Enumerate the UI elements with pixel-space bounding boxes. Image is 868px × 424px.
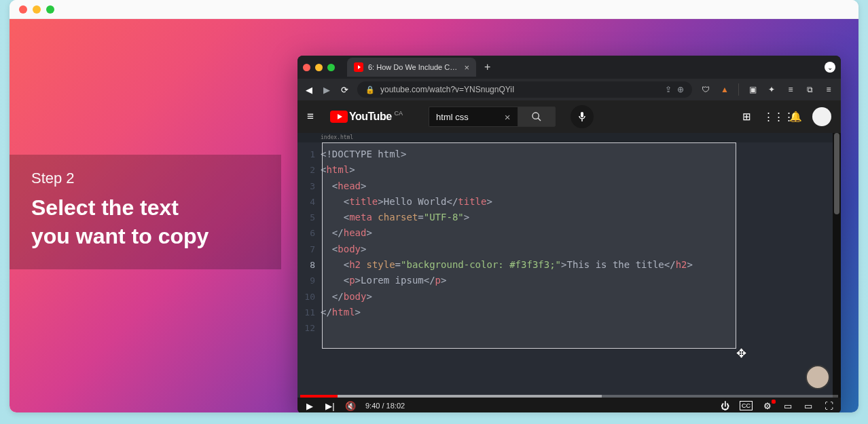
svg-point-0 bbox=[532, 113, 539, 119]
back-button[interactable]: ◀ bbox=[304, 85, 314, 95]
youtube-favicon-icon bbox=[354, 62, 363, 72]
menu-icon[interactable]: ≡ bbox=[823, 84, 834, 95]
clear-search-icon[interactable]: × bbox=[505, 111, 511, 123]
browser-window: 6: How Do We Include CSS In O × + ⌄ ◀ ▶ … bbox=[297, 56, 841, 412]
search-button[interactable] bbox=[518, 107, 556, 127]
search-icon bbox=[531, 111, 542, 122]
microphone-icon bbox=[578, 111, 586, 122]
scrollbar-vertical[interactable] bbox=[833, 133, 841, 398]
apps-icon[interactable]: ⋮⋮⋮ bbox=[763, 111, 778, 123]
browser-tab[interactable]: 6: How Do We Include CSS In O × bbox=[347, 58, 476, 77]
desktop-wallpaper: Step 2 Select the text you want to copy … bbox=[10, 19, 858, 412]
tutorial-window: Step 2 Select the text you want to copy … bbox=[10, 0, 858, 412]
miniplayer-button[interactable]: ▭ bbox=[782, 401, 793, 411]
hamburger-icon[interactable]: ≡ bbox=[307, 110, 321, 123]
step-title: Select the text you want to copy bbox=[31, 194, 262, 250]
svg-line-1 bbox=[538, 118, 541, 121]
browser-toolbar: ◀ ▶ ⟳ 🔒 youtube.com/watch?v=YNSnugnQYiI … bbox=[297, 79, 841, 100]
avatar[interactable] bbox=[812, 107, 831, 126]
lock-icon: 🔒 bbox=[365, 85, 375, 94]
reload-button[interactable]: ⟳ bbox=[340, 85, 349, 95]
svg-rect-2 bbox=[581, 112, 583, 117]
fullscreen-button[interactable]: ⛶ bbox=[823, 401, 834, 411]
close-icon[interactable] bbox=[303, 64, 310, 71]
scrollbar-thumb[interactable] bbox=[834, 133, 839, 214]
close-icon[interactable] bbox=[19, 5, 27, 14]
tab-title: 6: How Do We Include CSS In O bbox=[368, 63, 459, 71]
tab-close-icon[interactable]: × bbox=[464, 62, 469, 73]
next-button[interactable]: ▶| bbox=[325, 401, 336, 411]
new-tab-button[interactable]: + bbox=[482, 61, 493, 73]
minimize-icon[interactable] bbox=[33, 5, 41, 14]
theater-button[interactable]: ▭ bbox=[803, 401, 814, 411]
youtube-region: CA bbox=[395, 110, 403, 117]
chevron-down-icon[interactable]: ⌄ bbox=[825, 62, 835, 73]
step-number: Step 2 bbox=[31, 170, 262, 187]
reading-list-icon[interactable]: ≡ bbox=[785, 84, 796, 95]
url-bar[interactable]: 🔒 youtube.com/watch?v=YNSnugnQYiI ⇪ ⊕ bbox=[357, 81, 692, 98]
video-player[interactable]: index.html 123456789101112 <!DOCTYPE htm… bbox=[297, 133, 841, 412]
youtube-search: html css × bbox=[429, 107, 555, 127]
outer-titlebar bbox=[10, 0, 858, 19]
pip-icon[interactable]: ⧉ bbox=[804, 84, 815, 95]
autoplay-toggle[interactable]: ⏻ bbox=[719, 401, 730, 411]
extension-icon[interactable]: ▣ bbox=[747, 84, 758, 95]
youtube-logo-text: YouTube bbox=[349, 111, 392, 123]
code-editor: index.html 123456789101112 <!DOCTYPE htm… bbox=[297, 133, 833, 398]
warning-icon[interactable]: ▲ bbox=[719, 84, 730, 95]
minimize-icon[interactable] bbox=[315, 64, 323, 71]
search-value: html css bbox=[436, 112, 469, 122]
channel-avatar-overlay[interactable] bbox=[806, 365, 830, 389]
time-display: 9:40 / 18:02 bbox=[365, 402, 405, 410]
extensions-puzzle-icon[interactable]: ✦ bbox=[766, 84, 777, 95]
voice-search-button[interactable] bbox=[571, 105, 594, 128]
maximize-icon[interactable] bbox=[46, 5, 54, 14]
create-button[interactable]: ⊞ bbox=[739, 111, 754, 123]
settings-button[interactable]: ⚙ bbox=[762, 401, 773, 411]
mute-button[interactable]: 🔇 bbox=[345, 401, 356, 411]
youtube-play-icon bbox=[330, 111, 348, 123]
crosshair-cursor-icon: ✥ bbox=[736, 346, 746, 361]
notifications-icon[interactable]: 🔔 bbox=[788, 111, 803, 123]
code-area: <!DOCTYPE html><html> <head> <title>Hell… bbox=[321, 133, 833, 398]
tab-strip: 6: How Do We Include CSS In O × + ⌄ bbox=[297, 56, 841, 79]
maximize-icon[interactable] bbox=[327, 64, 335, 71]
youtube-logo[interactable]: YouTube CA bbox=[330, 111, 403, 123]
step-caption: Step 2 Select the text you want to copy bbox=[10, 155, 281, 269]
captions-button[interactable]: CC bbox=[740, 401, 753, 410]
url-text: youtube.com/watch?v=YNSnugnQYiI bbox=[380, 85, 659, 94]
play-button[interactable]: ▶ bbox=[304, 401, 315, 411]
player-controls: ▶ ▶| 🔇 9:40 / 18:02 ⏻ CC ⚙ ▭ ▭ ⛶ bbox=[297, 398, 841, 412]
share-icon[interactable]: ⇪ bbox=[665, 85, 672, 94]
line-number-gutter: 123456789101112 bbox=[297, 133, 321, 398]
brave-shield-icon[interactable]: 🛡 bbox=[700, 84, 711, 95]
forward-button[interactable]: ▶ bbox=[322, 85, 331, 95]
zoom-icon[interactable]: ⊕ bbox=[677, 85, 684, 94]
youtube-masthead: ≡ YouTube CA html css × bbox=[297, 100, 841, 133]
search-input[interactable]: html css × bbox=[429, 107, 517, 127]
